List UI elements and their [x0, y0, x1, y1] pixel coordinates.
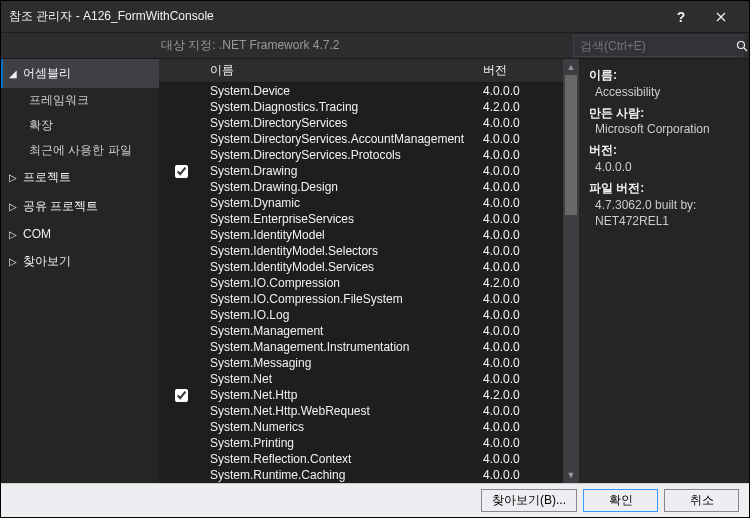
row-version: 4.0.0.0	[483, 436, 563, 450]
list-item[interactable]: System.Net.Http4.2.0.0	[159, 387, 563, 403]
list-item[interactable]: System.DirectoryServices.Protocols4.0.0.…	[159, 147, 563, 163]
list-item[interactable]: System.Device4.0.0.0	[159, 83, 563, 99]
row-checkbox[interactable]	[175, 389, 188, 402]
detail-author-value: Microsoft Corporation	[595, 121, 739, 138]
scroll-thumb[interactable]	[565, 75, 577, 215]
ok-button[interactable]: 확인	[583, 489, 658, 512]
row-version: 4.2.0.0	[483, 276, 563, 290]
list-item[interactable]: System.Management4.0.0.0	[159, 323, 563, 339]
row-version: 4.0.0.0	[483, 340, 563, 354]
row-version: 4.0.0.0	[483, 372, 563, 386]
detail-name-value: Accessibility	[595, 84, 739, 101]
assembly-list: 이름 버전 System.Device4.0.0.0System.Diagnos…	[159, 59, 563, 483]
row-version: 4.2.0.0	[483, 100, 563, 114]
list-item[interactable]: System.Diagnostics.Tracing4.2.0.0	[159, 99, 563, 115]
row-name: System.IO.Compression	[204, 276, 483, 290]
sidebar-item[interactable]: ▷COM	[1, 221, 159, 247]
sidebar-item-label: 프로젝트	[23, 169, 71, 186]
sidebar-item-label: 찾아보기	[23, 253, 71, 270]
row-checkbox[interactable]	[175, 165, 188, 178]
titlebar: 참조 관리자 - A126_FormWithConsole ?	[1, 1, 749, 33]
list-item[interactable]: System.DirectoryServices4.0.0.0	[159, 115, 563, 131]
list-item[interactable]: System.Numerics4.0.0.0	[159, 419, 563, 435]
row-version: 4.0.0.0	[483, 212, 563, 226]
scrollbar[interactable]: ▲ ▼	[563, 59, 579, 483]
list-item[interactable]: System.Net.Http.WebRequest4.0.0.0	[159, 403, 563, 419]
list-item[interactable]: System.Drawing.Design4.0.0.0	[159, 179, 563, 195]
search-box[interactable]	[573, 35, 743, 57]
list-item[interactable]: System.Runtime.Caching4.0.0.0	[159, 467, 563, 483]
row-version: 4.0.0.0	[483, 148, 563, 162]
row-name: System.Management	[204, 324, 483, 338]
row-version: 4.0.0.0	[483, 164, 563, 178]
column-name[interactable]: 이름	[204, 62, 483, 79]
target-framework-label: 대상 지정: .NET Framework 4.7.2	[161, 37, 573, 54]
sidebar-subitem[interactable]: 프레임워크	[1, 88, 159, 113]
search-input[interactable]	[574, 39, 736, 53]
list-item[interactable]: System.Dynamic4.0.0.0	[159, 195, 563, 211]
close-button[interactable]	[701, 1, 741, 33]
row-version: 4.0.0.0	[483, 260, 563, 274]
list-item[interactable]: System.IO.Compression.FileSystem4.0.0.0	[159, 291, 563, 307]
sidebar-item[interactable]: ◢어셈블리	[1, 59, 159, 88]
close-icon	[716, 12, 726, 22]
row-name: System.Runtime.Caching	[204, 468, 483, 482]
sidebar-item[interactable]: ▷찾아보기	[1, 247, 159, 276]
chevron-right-icon: ▷	[9, 256, 19, 267]
cancel-button[interactable]: 취소	[664, 489, 739, 512]
list-item[interactable]: System.EnterpriseServices4.0.0.0	[159, 211, 563, 227]
detail-filever-label: 파일 버전:	[589, 180, 739, 197]
scroll-down-icon[interactable]: ▼	[563, 467, 579, 483]
row-name: System.Drawing	[204, 164, 483, 178]
column-version[interactable]: 버전	[483, 62, 563, 79]
list-body[interactable]: System.Device4.0.0.0System.Diagnostics.T…	[159, 83, 563, 483]
sidebar-item[interactable]: ▷프로젝트	[1, 163, 159, 192]
list-item[interactable]: System.IdentityModel4.0.0.0	[159, 227, 563, 243]
row-name: System.DirectoryServices.Protocols	[204, 148, 483, 162]
row-name: System.Numerics	[204, 420, 483, 434]
list-item[interactable]: System.Drawing4.0.0.0	[159, 163, 563, 179]
row-name: System.Net.Http	[204, 388, 483, 402]
sidebar-item[interactable]: ▷공유 프로젝트	[1, 192, 159, 221]
list-header: 이름 버전	[159, 59, 563, 83]
sidebar-subitem[interactable]: 확장	[1, 113, 159, 138]
row-version: 4.0.0.0	[483, 132, 563, 146]
scroll-up-icon[interactable]: ▲	[563, 59, 579, 75]
sidebar-subitem[interactable]: 최근에 사용한 파일	[1, 138, 159, 163]
row-name: System.EnterpriseServices	[204, 212, 483, 226]
detail-filever-value: 4.7.3062.0 built by: NET472REL1	[595, 197, 739, 231]
search-icon[interactable]	[736, 35, 748, 57]
row-version: 4.0.0.0	[483, 180, 563, 194]
row-version: 4.0.0.0	[483, 228, 563, 242]
list-item[interactable]: System.IdentityModel.Services4.0.0.0	[159, 259, 563, 275]
row-version: 4.2.0.0	[483, 388, 563, 402]
sidebar-item-label: 공유 프로젝트	[23, 198, 98, 215]
sidebar-item-label: COM	[23, 227, 51, 241]
list-item[interactable]: System.DirectoryServices.AccountManageme…	[159, 131, 563, 147]
row-name: System.Net	[204, 372, 483, 386]
list-item[interactable]: System.Net4.0.0.0	[159, 371, 563, 387]
window-title: 참조 관리자 - A126_FormWithConsole	[9, 8, 661, 25]
row-version: 4.0.0.0	[483, 308, 563, 322]
list-item[interactable]: System.Reflection.Context4.0.0.0	[159, 451, 563, 467]
chevron-right-icon: ▷	[9, 172, 19, 183]
row-name: System.Management.Instrumentation	[204, 340, 483, 354]
sub-toolbar: 대상 지정: .NET Framework 4.7.2	[1, 33, 749, 59]
list-item[interactable]: System.IO.Compression4.2.0.0	[159, 275, 563, 291]
browse-button[interactable]: 찾아보기(B)...	[481, 489, 577, 512]
help-button[interactable]: ?	[661, 1, 701, 33]
row-version: 4.0.0.0	[483, 468, 563, 482]
list-item[interactable]: System.Printing4.0.0.0	[159, 435, 563, 451]
row-name: System.IO.Compression.FileSystem	[204, 292, 483, 306]
list-item[interactable]: System.IO.Log4.0.0.0	[159, 307, 563, 323]
chevron-down-icon: ◢	[9, 68, 19, 79]
row-version: 4.0.0.0	[483, 244, 563, 258]
list-item[interactable]: System.Messaging4.0.0.0	[159, 355, 563, 371]
row-version: 4.0.0.0	[483, 292, 563, 306]
row-version: 4.0.0.0	[483, 196, 563, 210]
svg-point-0	[738, 41, 745, 48]
footer: 찾아보기(B)... 확인 취소	[1, 483, 749, 517]
row-version: 4.0.0.0	[483, 356, 563, 370]
list-item[interactable]: System.IdentityModel.Selectors4.0.0.0	[159, 243, 563, 259]
list-item[interactable]: System.Management.Instrumentation4.0.0.0	[159, 339, 563, 355]
